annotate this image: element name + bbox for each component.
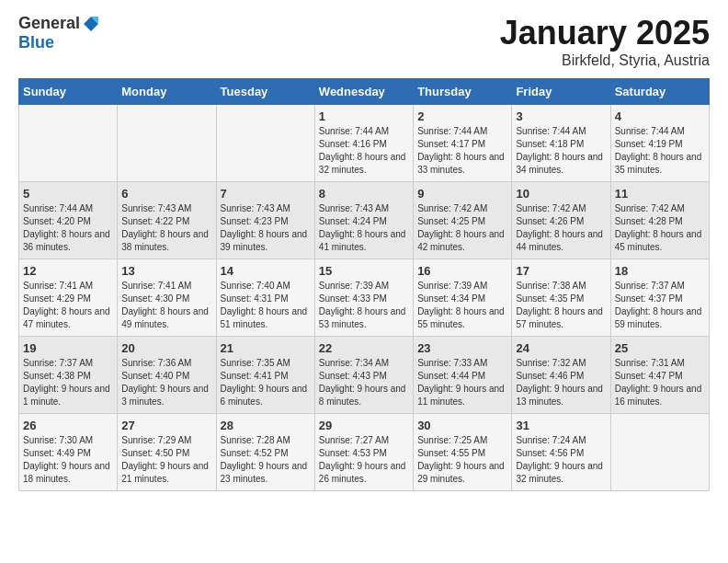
calendar-cell: 18Sunrise: 7:37 AM Sunset: 4:37 PM Dayli… <box>610 259 709 337</box>
weekday-wednesday: Wednesday <box>314 79 413 105</box>
calendar-week-row: 19Sunrise: 7:37 AM Sunset: 4:38 PM Dayli… <box>19 337 710 414</box>
day-number: 24 <box>516 341 606 355</box>
day-number: 10 <box>516 187 606 201</box>
weekday-saturday: Saturday <box>610 79 709 105</box>
calendar-body: 1Sunrise: 7:44 AM Sunset: 4:16 PM Daylig… <box>19 105 710 491</box>
page-header: General Blue January 2025 Birkfeld, Styr… <box>18 14 710 69</box>
logo-blue-text: Blue <box>18 33 54 52</box>
day-info: Sunrise: 7:42 AM Sunset: 4:25 PM Dayligh… <box>417 202 507 254</box>
calendar-cell: 1Sunrise: 7:44 AM Sunset: 4:16 PM Daylig… <box>314 105 413 182</box>
weekday-friday: Friday <box>512 79 610 105</box>
day-info: Sunrise: 7:37 AM Sunset: 4:37 PM Dayligh… <box>615 280 705 331</box>
calendar-cell: 23Sunrise: 7:33 AM Sunset: 4:44 PM Dayli… <box>414 337 512 414</box>
day-info: Sunrise: 7:42 AM Sunset: 4:28 PM Dayligh… <box>615 202 705 254</box>
day-info: Sunrise: 7:41 AM Sunset: 4:29 PM Dayligh… <box>23 280 113 331</box>
day-number: 7 <box>221 187 311 201</box>
day-number: 16 <box>417 264 507 278</box>
logo-general-text: General <box>18 14 80 33</box>
day-number: 14 <box>221 264 311 278</box>
day-number: 12 <box>23 264 113 278</box>
day-info: Sunrise: 7:37 AM Sunset: 4:38 PM Dayligh… <box>23 357 113 408</box>
day-info: Sunrise: 7:40 AM Sunset: 4:31 PM Dayligh… <box>221 280 311 331</box>
calendar-cell: 19Sunrise: 7:37 AM Sunset: 4:38 PM Dayli… <box>19 337 118 414</box>
calendar-cell: 28Sunrise: 7:28 AM Sunset: 4:52 PM Dayli… <box>216 414 314 491</box>
day-info: Sunrise: 7:43 AM Sunset: 4:23 PM Dayligh… <box>221 202 311 254</box>
calendar-cell: 30Sunrise: 7:25 AM Sunset: 4:55 PM Dayli… <box>414 414 512 491</box>
day-info: Sunrise: 7:24 AM Sunset: 4:56 PM Dayligh… <box>516 434 606 486</box>
calendar-cell: 9Sunrise: 7:42 AM Sunset: 4:25 PM Daylig… <box>414 182 512 259</box>
day-number: 3 <box>516 109 606 123</box>
day-info: Sunrise: 7:27 AM Sunset: 4:53 PM Dayligh… <box>319 434 409 486</box>
day-number: 29 <box>319 419 409 432</box>
calendar-cell: 24Sunrise: 7:32 AM Sunset: 4:46 PM Dayli… <box>512 337 610 414</box>
day-info: Sunrise: 7:36 AM Sunset: 4:40 PM Dayligh… <box>121 357 211 408</box>
day-info: Sunrise: 7:41 AM Sunset: 4:30 PM Dayligh… <box>121 280 211 331</box>
day-number: 15 <box>319 264 409 278</box>
day-number: 18 <box>615 264 705 278</box>
logo-icon <box>82 15 100 33</box>
calendar-cell: 7Sunrise: 7:43 AM Sunset: 4:23 PM Daylig… <box>216 182 314 259</box>
day-info: Sunrise: 7:44 AM Sunset: 4:17 PM Dayligh… <box>417 125 507 177</box>
day-info: Sunrise: 7:28 AM Sunset: 4:52 PM Dayligh… <box>221 434 311 486</box>
day-info: Sunrise: 7:39 AM Sunset: 4:34 PM Dayligh… <box>417 280 507 331</box>
weekday-header-row: Sunday Monday Tuesday Wednesday Thursday… <box>19 79 710 105</box>
day-info: Sunrise: 7:34 AM Sunset: 4:43 PM Dayligh… <box>319 357 409 408</box>
calendar-cell: 8Sunrise: 7:43 AM Sunset: 4:24 PM Daylig… <box>314 182 413 259</box>
day-info: Sunrise: 7:43 AM Sunset: 4:22 PM Dayligh… <box>121 202 211 254</box>
calendar-cell: 16Sunrise: 7:39 AM Sunset: 4:34 PM Dayli… <box>414 259 512 337</box>
logo: General Blue <box>18 14 100 52</box>
calendar-cell <box>610 414 709 491</box>
day-info: Sunrise: 7:44 AM Sunset: 4:16 PM Dayligh… <box>319 125 409 177</box>
day-number: 28 <box>221 419 311 432</box>
day-number: 11 <box>615 187 705 201</box>
calendar-cell: 12Sunrise: 7:41 AM Sunset: 4:29 PM Dayli… <box>19 259 118 337</box>
day-number: 22 <box>319 341 409 355</box>
day-number: 17 <box>516 264 606 278</box>
calendar-cell: 11Sunrise: 7:42 AM Sunset: 4:28 PM Dayli… <box>610 182 709 259</box>
calendar-cell: 29Sunrise: 7:27 AM Sunset: 4:53 PM Dayli… <box>314 414 413 491</box>
day-info: Sunrise: 7:38 AM Sunset: 4:35 PM Dayligh… <box>516 280 606 331</box>
day-number: 1 <box>319 109 409 123</box>
calendar-cell: 17Sunrise: 7:38 AM Sunset: 4:35 PM Dayli… <box>512 259 610 337</box>
day-info: Sunrise: 7:29 AM Sunset: 4:50 PM Dayligh… <box>121 434 211 486</box>
day-info: Sunrise: 7:44 AM Sunset: 4:20 PM Dayligh… <box>23 202 113 254</box>
calendar-cell: 2Sunrise: 7:44 AM Sunset: 4:17 PM Daylig… <box>414 105 512 182</box>
calendar-cell: 4Sunrise: 7:44 AM Sunset: 4:19 PM Daylig… <box>610 105 709 182</box>
day-number: 27 <box>121 419 211 432</box>
day-number: 4 <box>615 109 705 123</box>
day-info: Sunrise: 7:33 AM Sunset: 4:44 PM Dayligh… <box>417 357 507 408</box>
day-info: Sunrise: 7:39 AM Sunset: 4:33 PM Dayligh… <box>319 280 409 331</box>
weekday-thursday: Thursday <box>414 79 512 105</box>
page-container: General Blue January 2025 Birkfeld, Styr… <box>0 0 728 505</box>
day-info: Sunrise: 7:42 AM Sunset: 4:26 PM Dayligh… <box>516 202 606 254</box>
day-number: 21 <box>221 341 311 355</box>
day-number: 23 <box>417 341 507 355</box>
day-info: Sunrise: 7:30 AM Sunset: 4:49 PM Dayligh… <box>23 434 113 486</box>
calendar-cell: 6Sunrise: 7:43 AM Sunset: 4:22 PM Daylig… <box>118 182 216 259</box>
calendar-cell: 27Sunrise: 7:29 AM Sunset: 4:50 PM Dayli… <box>118 414 216 491</box>
calendar-cell: 13Sunrise: 7:41 AM Sunset: 4:30 PM Dayli… <box>118 259 216 337</box>
calendar-cell: 22Sunrise: 7:34 AM Sunset: 4:43 PM Dayli… <box>314 337 413 414</box>
calendar-cell: 3Sunrise: 7:44 AM Sunset: 4:18 PM Daylig… <box>512 105 610 182</box>
calendar-header: Sunday Monday Tuesday Wednesday Thursday… <box>19 79 710 105</box>
weekday-sunday: Sunday <box>19 79 118 105</box>
calendar-cell: 14Sunrise: 7:40 AM Sunset: 4:31 PM Dayli… <box>216 259 314 337</box>
day-number: 2 <box>417 109 507 123</box>
calendar-cell: 10Sunrise: 7:42 AM Sunset: 4:26 PM Dayli… <box>512 182 610 259</box>
weekday-monday: Monday <box>118 79 216 105</box>
day-number: 30 <box>417 419 507 432</box>
calendar-cell: 5Sunrise: 7:44 AM Sunset: 4:20 PM Daylig… <box>19 182 118 259</box>
calendar-cell: 26Sunrise: 7:30 AM Sunset: 4:49 PM Dayli… <box>19 414 118 491</box>
calendar-week-row: 12Sunrise: 7:41 AM Sunset: 4:29 PM Dayli… <box>19 259 710 337</box>
day-number: 19 <box>23 341 113 355</box>
day-info: Sunrise: 7:43 AM Sunset: 4:24 PM Dayligh… <box>319 202 409 254</box>
day-number: 9 <box>417 187 507 201</box>
day-number: 25 <box>615 341 705 355</box>
day-number: 5 <box>23 187 113 201</box>
day-info: Sunrise: 7:31 AM Sunset: 4:47 PM Dayligh… <box>615 357 705 408</box>
day-info: Sunrise: 7:44 AM Sunset: 4:19 PM Dayligh… <box>615 125 705 177</box>
day-info: Sunrise: 7:32 AM Sunset: 4:46 PM Dayligh… <box>516 357 606 408</box>
calendar-cell <box>19 105 118 182</box>
day-number: 20 <box>121 341 211 355</box>
month-title: January 2025 <box>500 14 710 52</box>
